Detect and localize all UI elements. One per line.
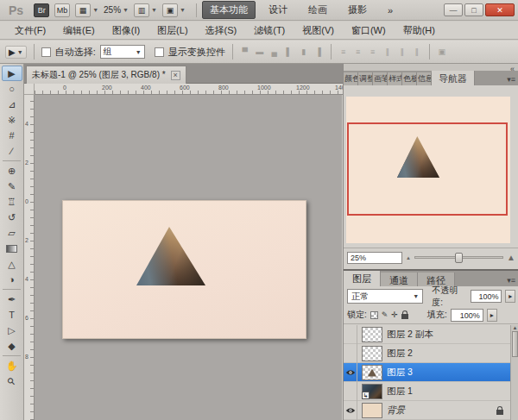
menu-help[interactable]: 帮助(H) bbox=[395, 22, 443, 39]
align-left-edges-icon[interactable]: ▌ bbox=[284, 47, 294, 56]
tab-info[interactable]: 信息 bbox=[417, 72, 432, 85]
workspace-overflow-button[interactable]: » bbox=[380, 3, 401, 18]
zoom-tool[interactable]: ⚲ bbox=[2, 373, 22, 389]
minimize-button[interactable]: — bbox=[444, 3, 463, 16]
layer-thumbnail[interactable] bbox=[362, 365, 382, 380]
eraser-tool[interactable]: ▱ bbox=[2, 225, 22, 241]
workspace-design-button[interactable]: 设计 bbox=[261, 1, 295, 19]
layer-thumbnail[interactable]: ↳ bbox=[362, 384, 382, 399]
menu-file[interactable]: 文件(F) bbox=[7, 22, 54, 39]
navigator-zoom-input[interactable]: 25% bbox=[347, 252, 402, 264]
view-extras-button[interactable]: ▥ ▼ bbox=[134, 3, 157, 17]
tab-layers[interactable]: 图层 bbox=[344, 271, 381, 286]
layer-thumbnail[interactable] bbox=[362, 346, 382, 361]
menu-view[interactable]: 视图(V) bbox=[294, 22, 342, 39]
distribute-bottom-edges-icon[interactable]: ≡ bbox=[368, 47, 378, 56]
arrange-documents-button[interactable]: ▦ ▼ bbox=[75, 3, 98, 17]
dodge-tool[interactable]: ◑ bbox=[2, 272, 22, 287]
slider-thumb[interactable] bbox=[455, 253, 463, 263]
eyedropper-tool[interactable]: ∕ bbox=[2, 143, 22, 159]
lock-all-icon[interactable] bbox=[401, 314, 408, 319]
history-brush-tool[interactable]: ↺ bbox=[2, 210, 22, 225]
layer-thumbnail[interactable] bbox=[362, 403, 382, 418]
distribute-left-edges-icon[interactable]: ∥ bbox=[382, 47, 393, 56]
visibility-toggle[interactable] bbox=[344, 382, 357, 401]
visibility-toggle[interactable] bbox=[344, 344, 357, 363]
align-top-edges-icon[interactable]: ▀ bbox=[240, 47, 250, 56]
tool-preset-picker[interactable]: ▶ ▼ bbox=[5, 46, 27, 59]
tab-navigator[interactable]: 导航器 bbox=[432, 71, 475, 85]
layer-row-layer2[interactable]: 图层 2 bbox=[344, 344, 510, 363]
layer-row-layer2-copy[interactable]: 图层 2 副本 bbox=[344, 325, 510, 344]
align-horizontal-centers-icon[interactable]: ▮ bbox=[299, 47, 309, 56]
layer-thumbnail[interactable] bbox=[362, 327, 382, 342]
menu-edit[interactable]: 编辑(E) bbox=[55, 22, 103, 39]
align-bottom-edges-icon[interactable]: ▄ bbox=[269, 47, 280, 56]
polygonal-lasso-tool[interactable]: ⊿ bbox=[2, 97, 22, 112]
opacity-input[interactable]: 100% bbox=[471, 290, 502, 303]
zoom-out-mountains-icon[interactable]: ▲ bbox=[406, 255, 411, 260]
path-selection-tool[interactable]: ▷ bbox=[2, 323, 22, 338]
mini-bridge-button[interactable]: Mb bbox=[54, 3, 70, 17]
show-transform-controls-checkbox[interactable] bbox=[155, 47, 164, 57]
menu-layer[interactable]: 图层(L) bbox=[149, 22, 195, 39]
document-canvas[interactable] bbox=[62, 200, 306, 339]
lock-image-pixels-icon[interactable]: ✎ bbox=[382, 310, 388, 319]
hand-tool[interactable]: ✋ bbox=[2, 358, 22, 373]
pen-tool[interactable]: ✒ bbox=[2, 291, 22, 307]
close-icon[interactable]: × bbox=[171, 71, 180, 80]
close-button[interactable]: ✕ bbox=[485, 3, 515, 16]
panel-menu-icon[interactable]: ▾≡ bbox=[507, 276, 518, 286]
canvas-area[interactable] bbox=[35, 95, 342, 420]
document-tab[interactable]: 未标题-1 @ 25% (图层 3, RGB/8) * × bbox=[26, 66, 186, 84]
opacity-arrow-button[interactable]: ▸ bbox=[505, 290, 515, 303]
align-right-edges-icon[interactable]: ▐ bbox=[313, 47, 324, 56]
panel-menu-icon[interactable]: ▾≡ bbox=[507, 75, 518, 85]
tab-channels[interactable]: 通道 bbox=[381, 273, 418, 286]
auto-select-checkbox[interactable] bbox=[41, 47, 51, 57]
horizontal-ruler[interactable]: 0 200 400 600 800 1000 1200 1400 bbox=[35, 84, 343, 95]
lock-transparent-pixels-icon[interactable] bbox=[370, 311, 378, 319]
layer-row-background[interactable]: 背景 bbox=[344, 401, 510, 420]
screen-mode-button[interactable]: ▣ ▼ bbox=[162, 3, 186, 17]
type-tool[interactable]: T bbox=[2, 307, 22, 323]
gradient-tool[interactable] bbox=[2, 241, 22, 256]
fill-arrow-button[interactable]: ▸ bbox=[487, 309, 497, 322]
layer-list-scrollbar[interactable]: ▲ bbox=[510, 325, 518, 420]
spot-healing-brush-tool[interactable]: ⊕ bbox=[2, 163, 22, 179]
auto-select-dropdown[interactable]: 组 ▼ bbox=[100, 45, 145, 59]
tab-swatches[interactable]: 色板 bbox=[402, 72, 417, 85]
menu-image[interactable]: 图像(I) bbox=[104, 22, 148, 39]
navigator-preview[interactable] bbox=[346, 97, 510, 243]
shape-tool[interactable]: ◆ bbox=[2, 338, 22, 354]
zoom-in-mountains-icon[interactable]: ▲ bbox=[507, 254, 515, 262]
distribute-vertical-centers-icon[interactable]: ≡ bbox=[353, 47, 363, 56]
crop-tool[interactable]: # bbox=[2, 128, 22, 143]
tab-brush[interactable]: 画笔 bbox=[373, 72, 388, 85]
menu-window[interactable]: 窗口(W) bbox=[344, 22, 394, 39]
menu-select[interactable]: 选择(S) bbox=[198, 22, 245, 39]
restore-button[interactable]: □ bbox=[464, 3, 483, 16]
distribute-top-edges-icon[interactable]: ≡ bbox=[338, 47, 349, 56]
lock-position-icon[interactable]: ✛ bbox=[391, 310, 398, 319]
fill-input[interactable]: 100% bbox=[451, 309, 483, 322]
clone-stamp-tool[interactable]: ♖ bbox=[2, 194, 22, 210]
navigator-zoom-slider[interactable] bbox=[414, 256, 503, 259]
visibility-toggle[interactable] bbox=[344, 363, 357, 382]
elliptical-marquee-tool[interactable]: ○ bbox=[2, 81, 22, 97]
workspace-essentials-button[interactable]: 基本功能 bbox=[202, 1, 256, 19]
layer-row-layer1[interactable]: ↳ 图层 1 bbox=[344, 382, 510, 401]
move-tool[interactable]: ▶ bbox=[2, 66, 22, 81]
triangle-masked-image-layer[interactable] bbox=[136, 227, 205, 285]
align-vertical-centers-icon[interactable]: ▬ bbox=[255, 47, 265, 56]
scrollbar-thumb[interactable] bbox=[512, 331, 518, 357]
zoom-level-dropdown[interactable]: 25% ▼ bbox=[104, 5, 129, 15]
auto-align-layers-icon[interactable]: ▣ bbox=[437, 47, 447, 56]
visibility-toggle[interactable] bbox=[344, 325, 357, 344]
distribute-right-edges-icon[interactable]: ∥ bbox=[412, 47, 422, 56]
brush-tool[interactable]: ✎ bbox=[2, 179, 22, 194]
blur-tool[interactable]: △ bbox=[2, 256, 22, 272]
vertical-ruler[interactable]: 4 2 0 2 4 6 8 bbox=[24, 95, 35, 420]
workspace-painting-button[interactable]: 绘画 bbox=[300, 1, 335, 19]
tab-adjustments[interactable]: 调整 bbox=[358, 72, 373, 85]
